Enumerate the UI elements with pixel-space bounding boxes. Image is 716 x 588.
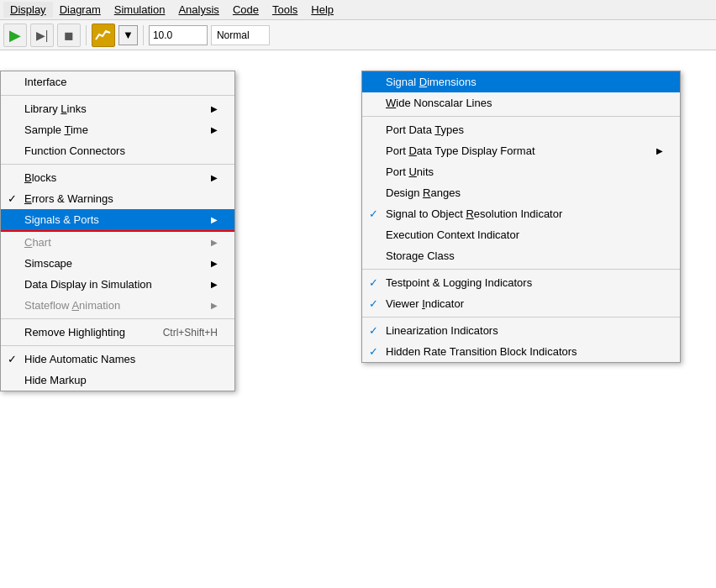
menu-item-design-ranges[interactable]: Design Ranges (362, 182, 680, 203)
menu-display[interactable]: Display (3, 2, 53, 18)
menu-item-blocks[interactable]: Blocks ▶ (1, 167, 234, 188)
step-button[interactable]: ▶| (30, 24, 54, 47)
toolbar-separator-1 (86, 25, 87, 45)
chart-button[interactable] (92, 24, 115, 47)
menu-item-chart: Chart ▶ (1, 232, 234, 253)
menu-item-port-data-types[interactable]: Port Data Types (362, 119, 680, 140)
signals-ports-menu: Signal Dimensions Wide Nonscalar Lines P… (361, 71, 681, 363)
menu-item-stateflow-animation: Stateflow Animation ▶ (1, 295, 234, 316)
menu-item-sample-time[interactable]: Sample Time ▶ (1, 119, 234, 140)
menu-item-hidden-rate-transition[interactable]: Hidden Rate Transition Block Indicators (362, 341, 680, 362)
stop-button[interactable]: ◼ (57, 24, 81, 47)
menu-item-signal-to-object[interactable]: Signal to Object Resolution Indicator (362, 203, 680, 224)
toolbar: ▶ ▶| ◼ ▼ Normal (0, 20, 716, 50)
menu-analysis[interactable]: Analysis (171, 2, 225, 18)
menu-sep-3 (1, 318, 234, 319)
menu-item-hide-automatic-names[interactable]: Hide Automatic Names (1, 349, 234, 370)
time-input[interactable] (149, 25, 208, 45)
menu-item-storage-class[interactable]: Storage Class (362, 245, 680, 266)
signals-sep-2 (362, 269, 680, 270)
menu-item-port-data-type-display-format[interactable]: Port Data Type Display Format ▶ (362, 140, 680, 161)
menu-item-port-units[interactable]: Port Units (362, 161, 680, 182)
menu-simulation[interactable]: Simulation (108, 2, 172, 18)
display-menu: Interface Library Links ▶ Sample Time ▶ … (0, 71, 235, 391)
menu-sep-4 (1, 345, 234, 346)
menu-item-testpoint-logging[interactable]: Testpoint & Logging Indicators (362, 272, 680, 293)
chart-dropdown-button[interactable]: ▼ (118, 25, 138, 45)
menu-diagram[interactable]: Diagram (53, 2, 108, 18)
menu-item-signals-ports[interactable]: Signals & Ports ▶ (1, 209, 234, 232)
menu-item-execution-context[interactable]: Execution Context Indicator (362, 224, 680, 245)
play-button[interactable]: ▶ (3, 24, 27, 47)
signals-sep-3 (362, 317, 680, 318)
chart-icon (95, 28, 112, 43)
menu-tools[interactable]: Tools (266, 2, 304, 18)
menu-item-library-links[interactable]: Library Links ▶ (1, 98, 234, 119)
menu-item-signal-dimensions[interactable]: Signal Dimensions (362, 71, 680, 92)
menu-item-hide-markup[interactable]: Hide Markup (1, 370, 234, 391)
menu-sep-1 (1, 95, 234, 96)
menu-code[interactable]: Code (226, 2, 266, 18)
menu-item-data-display[interactable]: Data Display in Simulation ▶ (1, 274, 234, 295)
menu-item-simscape[interactable]: Simscape ▶ (1, 253, 234, 274)
menu-item-function-connectors[interactable]: Function Connectors (1, 140, 234, 161)
main-content: Interface Library Links ▶ Sample Time ▶ … (0, 50, 716, 588)
toolbar-separator-2 (143, 25, 144, 45)
signals-sep-1 (362, 116, 680, 117)
menu-bar: Display Diagram Simulation Analysis Code… (0, 0, 716, 20)
menu-item-errors-warnings[interactable]: Errors & Warnings (1, 188, 234, 209)
menu-item-viewer-indicator[interactable]: Viewer Indicator (362, 293, 680, 314)
menu-sep-2 (1, 164, 234, 165)
simulation-mode: Normal (211, 25, 270, 45)
menu-help[interactable]: Help (304, 2, 340, 18)
menu-item-remove-highlighting[interactable]: Remove Highlighting Ctrl+Shift+H (1, 322, 234, 343)
menu-item-linearization-indicators[interactable]: Linearization Indicators (362, 320, 680, 341)
menu-item-interface[interactable]: Interface (1, 71, 234, 92)
menu-item-wide-nonscalar-lines[interactable]: Wide Nonscalar Lines (362, 92, 680, 113)
